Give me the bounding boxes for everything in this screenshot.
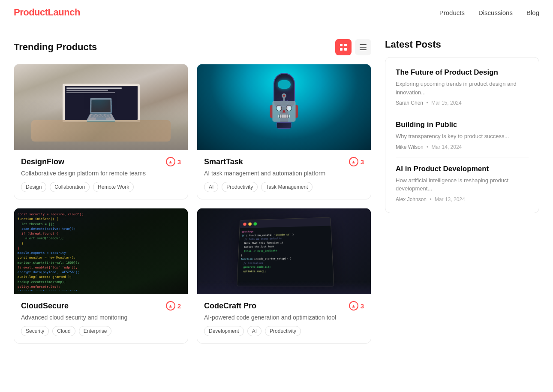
post-author-2: Mike Wilson (396, 144, 424, 150)
post-title-1: The Future of Product Design (396, 68, 529, 77)
product-desc-smarttask: AI task management and automation platfo… (204, 170, 364, 177)
tag-taskmanagement[interactable]: Task Management (261, 182, 313, 192)
post-author-3: Alex Johnson (396, 196, 427, 202)
svg-rect-3 (344, 48, 347, 51)
nav-blog[interactable]: Blog (526, 9, 539, 16)
post-dot-2: • (427, 144, 428, 150)
list-icon (360, 44, 367, 51)
latest-posts-title: Latest Posts (385, 39, 539, 50)
product-grid: DesignFlow ▲ 3 Collaborative design plat… (14, 64, 371, 344)
vote-count-smarttask: 3 (361, 158, 364, 166)
vote-arrow-codecraftpro: ▲ (349, 301, 358, 311)
product-card-designflow[interactable]: DesignFlow ▲ 3 Collaborative design plat… (14, 64, 188, 199)
tag-cloud[interactable]: Cloud (52, 326, 75, 336)
product-info-cloudsecure: CloudSecure ▲ 2 Advanced cloud security … (14, 294, 188, 343)
main-nav: Products Discussions Blog (439, 9, 539, 16)
latest-posts-panel: Latest Posts The Future of Product Desig… (385, 39, 539, 344)
post-title-2: Building in Public (396, 120, 529, 130)
svg-rect-4 (360, 44, 367, 45)
posts-card: The Future of Product Design Exploring u… (385, 57, 539, 213)
vote-badge-codecraftpro[interactable]: ▲ 3 (349, 301, 364, 311)
tag-remotework[interactable]: Remote Work (93, 182, 134, 192)
post-dot-3: • (430, 196, 431, 202)
product-image-smarttask (197, 64, 371, 150)
svg-rect-0 (340, 44, 343, 46)
tag-ai-smarttask[interactable]: AI (204, 182, 218, 192)
product-info-smarttask: SmartTask ▲ 3 AI task management and aut… (197, 150, 371, 199)
vote-badge-designflow[interactable]: ▲ 3 (166, 157, 181, 166)
svg-rect-6 (360, 49, 367, 50)
product-name-designflow: DesignFlow (21, 157, 64, 166)
tags-codecraftpro: Development AI Productivity (204, 326, 364, 336)
product-name-row-smarttask: SmartTask ▲ 3 (204, 157, 364, 166)
tags-designflow: Design Collaboration Remote Work (21, 182, 181, 192)
product-image-designflow (14, 64, 188, 150)
tag-collaboration[interactable]: Collaboration (50, 182, 90, 192)
tag-development[interactable]: Development (204, 326, 244, 336)
post-item-1[interactable]: The Future of Product Design Exploring u… (396, 68, 529, 113)
tags-cloudsecure: Security Cloud Enterprise (21, 326, 181, 336)
product-name-smarttask: SmartTask (204, 157, 243, 166)
tag-security[interactable]: Security (21, 326, 49, 336)
product-name-cloudsecure: CloudSecure (21, 302, 69, 311)
post-title-3: AI in Product Development (396, 164, 529, 174)
post-excerpt-2: Why transparency is key to product succe… (396, 132, 529, 141)
trending-title: Trending Products (14, 42, 97, 53)
post-meta-1: Sarah Chen • Mar 15, 2024 (396, 100, 529, 106)
post-dot-1: • (426, 100, 428, 106)
vote-arrow-cloudsecure: ▲ (166, 301, 175, 311)
main-layout: Trending Products (0, 25, 553, 357)
vote-count-cloudsecure: 2 (177, 302, 181, 310)
view-controls (335, 39, 371, 55)
vote-count-codecraftpro: 3 (361, 302, 364, 310)
post-date-3: Mar 13, 2024 (435, 196, 465, 202)
header: ProductLaunch Products Discussions Blog (0, 0, 553, 25)
product-name-row-cloudsecure: CloudSecure ▲ 2 (21, 301, 181, 311)
product-info-designflow: DesignFlow ▲ 3 Collaborative design plat… (14, 150, 188, 199)
tag-productivity-smarttask[interactable]: Productivity (222, 182, 258, 192)
product-name-codecraftpro: CodeCraft Pro (204, 302, 256, 311)
product-desc-codecraftpro: AI-powered code generation and optimizat… (204, 314, 364, 321)
post-date-2: Mar 14, 2024 (432, 144, 462, 150)
post-date-1: Mar 15, 2024 (431, 100, 462, 106)
vote-count-designflow: 3 (177, 158, 181, 166)
nav-discussions[interactable]: Discussions (478, 9, 513, 16)
product-image-cloudsecure: const security = require('cloud'); funct… (14, 208, 188, 294)
tag-productivity-codecraft[interactable]: Productivity (265, 326, 301, 336)
product-info-codecraftpro: CodeCraft Pro ▲ 3 AI-powered code genera… (197, 294, 371, 343)
svg-rect-1 (344, 44, 347, 46)
vote-badge-smarttask[interactable]: ▲ 3 (349, 157, 364, 166)
product-desc-cloudsecure: Advanced cloud security and monitoring (21, 314, 181, 321)
nav-products[interactable]: Products (439, 9, 465, 16)
post-item-2[interactable]: Building in Public Why transparency is k… (396, 113, 529, 157)
product-name-row-codecraftpro: CodeCraft Pro ▲ 3 (204, 301, 364, 311)
trending-section-header: Trending Products (14, 39, 371, 55)
vote-arrow-designflow: ▲ (166, 157, 175, 166)
list-view-button[interactable] (355, 39, 371, 55)
product-card-smarttask[interactable]: SmartTask ▲ 3 AI task management and aut… (197, 64, 371, 199)
product-name-row-designflow: DesignFlow ▲ 3 (21, 157, 181, 166)
post-meta-3: Alex Johnson • Mar 13, 2024 (396, 196, 529, 202)
trending-panel: Trending Products (14, 39, 371, 344)
tag-enterprise[interactable]: Enterprise (79, 326, 112, 336)
svg-rect-5 (360, 47, 367, 48)
tag-design[interactable]: Design (21, 182, 46, 192)
post-author-1: Sarah Chen (396, 100, 423, 106)
post-excerpt-3: How artificial intelligence is reshaping… (396, 176, 529, 193)
vote-badge-cloudsecure[interactable]: ▲ 2 (166, 301, 181, 311)
tags-smarttask: AI Productivity Task Management (204, 182, 364, 192)
post-excerpt-1: Exploring upcoming trends in product des… (396, 80, 529, 96)
grid-view-button[interactable] (335, 39, 352, 55)
logo[interactable]: ProductLaunch (14, 7, 80, 18)
post-meta-2: Mike Wilson • Mar 14, 2024 (396, 144, 529, 150)
product-image-codecraftpro: @package if ( function_exists( 'incode_s… (197, 208, 371, 294)
product-desc-designflow: Collaborative design platform for remote… (21, 170, 181, 177)
post-item-3[interactable]: AI in Product Development How artificial… (396, 157, 529, 202)
product-card-cloudsecure[interactable]: const security = require('cloud'); funct… (14, 208, 188, 344)
vote-arrow-smarttask: ▲ (349, 157, 358, 166)
tag-ai-codecraft[interactable]: AI (247, 326, 261, 336)
product-card-codecraftpro[interactable]: @package if ( function_exists( 'incode_s… (197, 208, 371, 344)
grid-icon (340, 44, 347, 51)
svg-rect-2 (340, 48, 343, 51)
